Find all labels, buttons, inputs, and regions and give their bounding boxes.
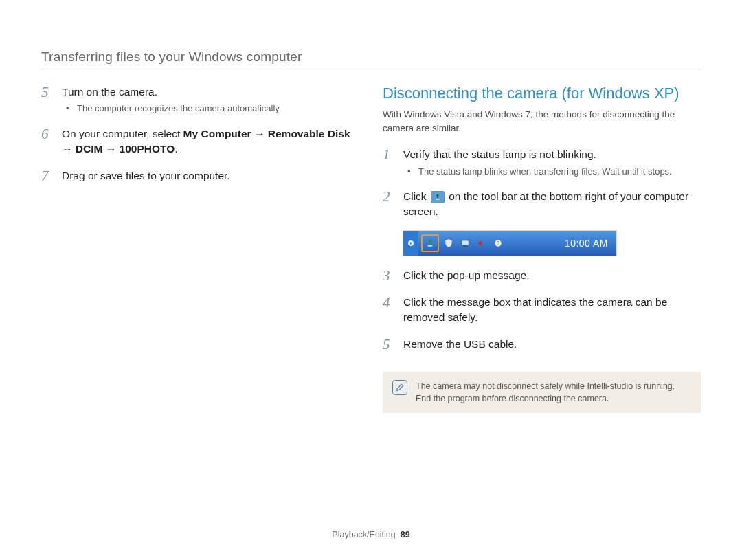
bullet-text: The computer recognizes the camera autom… — [77, 102, 281, 115]
step-body: On your computer, select My Computer → R… — [62, 126, 359, 157]
step-text: Click the message box that indicates the… — [403, 295, 701, 326]
svg-text:?: ? — [497, 240, 499, 245]
note-text: The camera may not disconnect safely whi… — [416, 380, 691, 405]
footer-section: Playback/Editing — [332, 530, 395, 539]
step-5-bullet: • The computer recognizes the camera aut… — [66, 102, 359, 115]
svg-rect-2 — [428, 245, 433, 246]
bullet-text: The status lamp blinks when transferring… — [418, 166, 672, 178]
note-icon — [392, 380, 407, 395]
step-body: Click on the tool bar at the bottom righ… — [403, 189, 701, 220]
step-number: 6 — [41, 126, 54, 142]
arrow: → — [102, 143, 119, 155]
help-tray-icon: ? — [491, 236, 505, 250]
safely-remove-icon — [431, 191, 445, 203]
step-number: 1 — [383, 147, 395, 163]
section-heading: Disconnecting the camera (for Windows XP… — [383, 85, 701, 102]
right-step-1-bullet: • The status lamp blinks when transferri… — [407, 166, 701, 178]
right-column: Disconnecting the camera (for Windows XP… — [383, 85, 701, 413]
content-columns: 5 Turn on the camera. • The computer rec… — [41, 85, 701, 413]
step-6-bold: Removable Disk — [268, 128, 350, 139]
step-6: 6 On your computer, select My Computer →… — [41, 126, 359, 157]
right-step-2: 2 Click on the tool bar at the bottom ri… — [383, 189, 701, 220]
right-step-1: 1 Verify that the status lamp is not bli… — [383, 147, 701, 178]
step-6-bold: 100PHOTO — [120, 143, 175, 155]
page-footer: Playback/Editing 89 — [0, 530, 742, 539]
step-number: 3 — [383, 268, 395, 284]
safely-remove-tray-icon — [423, 236, 437, 250]
step-6-bold: DCIM — [76, 143, 103, 155]
section-intro: With Windows Vista and Windows 7, the me… — [383, 108, 701, 135]
bullet-dot: • — [407, 166, 413, 178]
system-tray: ? — [418, 234, 505, 252]
tray-expand-icon — [403, 231, 418, 256]
step-2-post: on the tool bar at the bottom right of y… — [403, 190, 688, 217]
right-step-3: 3 Click the pop-up message. — [383, 268, 701, 284]
step-body: Verify that the status lamp is not blink… — [403, 147, 701, 178]
step-number: 7 — [41, 168, 54, 184]
step-6-part: . — [175, 143, 177, 155]
step-number: 4 — [383, 295, 395, 311]
step-text: Verify that the status lamp is not blink… — [403, 147, 701, 162]
usb-eject-icon — [434, 193, 442, 201]
manual-page: Transferring files to your Windows compu… — [0, 0, 742, 560]
arrow: → — [251, 128, 268, 139]
note-box: The camera may not disconnect safely whi… — [383, 372, 701, 413]
step-number: 5 — [41, 85, 54, 100]
step-number: 5 — [383, 337, 395, 352]
right-step-5: 5 Remove the USB cable. — [383, 337, 701, 352]
step-text: Drag or save files to your computer. — [62, 168, 359, 183]
xp-taskbar-illustration: ? 10:00 AM — [403, 231, 616, 256]
step-5: 5 Turn on the camera. • The computer rec… — [41, 85, 359, 115]
page-title: Transferring files to your Windows compu… — [41, 49, 701, 69]
step-number: 2 — [383, 189, 395, 205]
step-6-part: On your computer, select — [62, 128, 183, 139]
monitor-tray-icon — [458, 236, 472, 250]
step-text: Click the pop-up message. — [403, 268, 701, 283]
right-step-4: 4 Click the message box that indicates t… — [383, 295, 701, 326]
step-body: Turn on the camera. • The computer recog… — [62, 85, 359, 115]
taskbar-clock: 10:00 AM — [556, 238, 616, 249]
volume-tray-icon — [475, 236, 488, 250]
step-2-pre: Click — [403, 190, 429, 202]
step-6-bold: My Computer — [183, 128, 251, 139]
step-text: Remove the USB cable. — [403, 337, 701, 352]
left-column: 5 Turn on the camera. • The computer rec… — [41, 85, 359, 413]
svg-rect-0 — [436, 199, 439, 200]
step-7: 7 Drag or save files to your computer. — [41, 168, 359, 184]
step-text: Turn on the camera. — [62, 85, 359, 100]
footer-page-number: 89 — [401, 530, 410, 539]
highlighted-tray-icon — [421, 234, 439, 252]
shield-tray-icon — [442, 236, 456, 250]
svg-rect-3 — [462, 240, 469, 245]
svg-rect-4 — [464, 245, 466, 246]
arrow: → — [62, 143, 76, 155]
bullet-dot: • — [66, 102, 71, 115]
